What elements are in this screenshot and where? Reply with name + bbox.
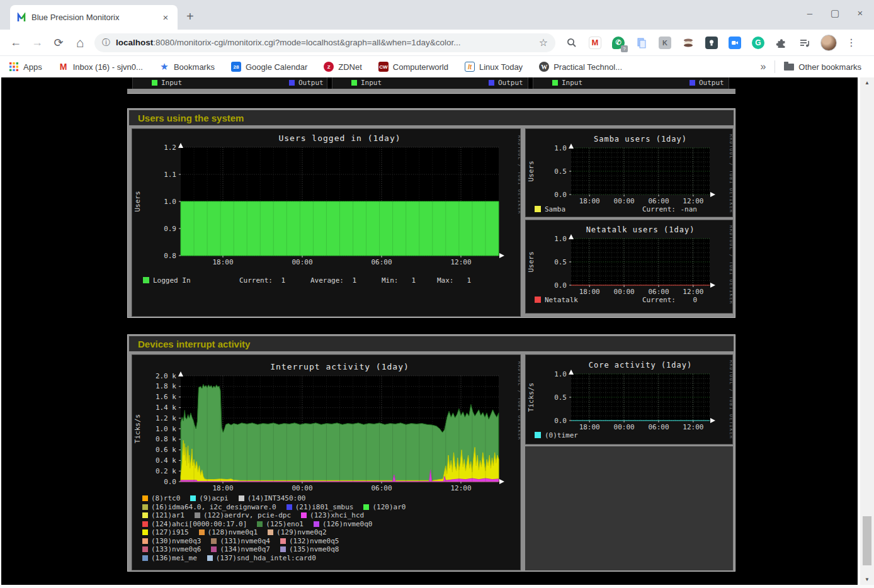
search-extension-icon[interactable] bbox=[564, 35, 579, 50]
svg-text:1: 1 bbox=[352, 276, 356, 285]
playlist-extension-icon[interactable] bbox=[797, 35, 812, 50]
computerworld-icon: CW bbox=[378, 62, 389, 72]
tab-close-icon[interactable]: × bbox=[160, 12, 171, 23]
forward-icon[interactable]: → bbox=[26, 36, 48, 49]
samba-users-graph[interactable]: 1.00.50.018:0000:0006:0012:00Samba users… bbox=[525, 128, 733, 217]
window-close-button[interactable]: × bbox=[855, 8, 865, 19]
bookmarks-bar: Apps M Inbox (16) - sjvn0... ★ Bookmarks… bbox=[0, 56, 874, 77]
bookmark-practical-technology[interactable]: W Practical Technol... bbox=[539, 62, 622, 72]
svg-text:12:00: 12:00 bbox=[683, 423, 703, 431]
scrollbar-thumb[interactable] bbox=[863, 516, 871, 565]
home-icon[interactable]: ⌂ bbox=[69, 35, 91, 50]
svg-text:Users: Users bbox=[133, 191, 142, 212]
linux-today-icon: lt bbox=[465, 62, 475, 72]
reload-icon[interactable]: ⟳ bbox=[48, 36, 69, 50]
bookmark-zdnet[interactable]: Z ZDNet bbox=[324, 62, 362, 72]
section-title: Devices interrupt activity bbox=[138, 339, 250, 349]
svg-text:Users: Users bbox=[527, 251, 535, 272]
window-minimize-button[interactable]: – bbox=[805, 8, 815, 19]
page-scrollbar[interactable]: ▲ ▼ bbox=[860, 77, 874, 585]
output-swatch bbox=[289, 80, 295, 86]
star-icon: ★ bbox=[159, 62, 169, 72]
bookmark-computerworld[interactable]: CW Computerworld bbox=[378, 62, 448, 72]
svg-text:Samba users (1day): Samba users (1day) bbox=[594, 135, 687, 144]
section-interrupts-header: Devices interrupt activity bbox=[129, 336, 734, 351]
zoom-extension-icon[interactable] bbox=[727, 35, 742, 50]
other-bookmarks-button[interactable]: Other bookmarks bbox=[784, 62, 861, 72]
scroll-up-button[interactable]: ▲ bbox=[860, 77, 874, 88]
browser-menu-kebab-icon[interactable]: ⋮ bbox=[845, 37, 858, 48]
copy-pages-extension-icon[interactable] bbox=[634, 35, 649, 50]
svg-text:1.0: 1.0 bbox=[554, 235, 567, 243]
svg-text:18:00: 18:00 bbox=[212, 484, 233, 492]
address-bar[interactable]: ⓘ localhost:8080/monitorix-cgi/monitorix… bbox=[94, 33, 555, 52]
partial-net-graph-1[interactable]: Input Output bbox=[132, 77, 327, 89]
voice-extension-icon[interactable]: ✆ ? bbox=[611, 35, 626, 50]
interrupt-activity-graph[interactable]: (8)rtc0(9)acpi(14)INT3450:00(16)idma64.0… bbox=[132, 354, 521, 570]
window-maximize-button[interactable]: ▢ bbox=[830, 8, 840, 19]
keepa-extension-icon[interactable]: K bbox=[657, 35, 673, 50]
svg-text:Ticks/s: Ticks/s bbox=[527, 383, 535, 412]
svg-text:0.8: 0.8 bbox=[164, 252, 176, 260]
section-users-header: Users using the system bbox=[129, 110, 734, 125]
site-info-icon[interactable]: ⓘ bbox=[102, 37, 110, 48]
calendar-icon: 28 bbox=[231, 62, 241, 72]
bookmark-star-icon[interactable]: ☆ bbox=[539, 37, 548, 48]
svg-text:Current:: Current: bbox=[642, 296, 676, 304]
svg-text:Ticks/s: Ticks/s bbox=[133, 414, 142, 443]
browser-tab[interactable]: Blue Precision Monitorix × bbox=[10, 5, 178, 30]
svg-text:Logged In: Logged In bbox=[153, 276, 191, 285]
svg-text:06:00: 06:00 bbox=[371, 258, 392, 266]
back-icon[interactable]: ← bbox=[5, 36, 26, 49]
window-edge-left bbox=[0, 77, 1, 585]
lamp-extension-icon[interactable] bbox=[704, 35, 719, 50]
profile-avatar[interactable] bbox=[820, 35, 837, 51]
wordpress-icon: W bbox=[539, 62, 549, 72]
stack-extension-icon[interactable] bbox=[681, 35, 696, 50]
monitorix-page: Input Output Input Output Input Output U… bbox=[1, 77, 858, 585]
svg-text:1.2 k: 1.2 k bbox=[156, 414, 176, 422]
users-logged-in-graph[interactable]: 1.21.11.00.90.818:0000:0006:0012:00Users… bbox=[132, 128, 521, 317]
svg-text:1.0 k: 1.0 k bbox=[156, 425, 176, 433]
svg-text:12:00: 12:00 bbox=[683, 288, 703, 296]
zdnet-icon: Z bbox=[324, 62, 334, 72]
bookmark-inbox[interactable]: M Inbox (16) - sjvn0... bbox=[59, 62, 143, 72]
input-swatch bbox=[351, 80, 357, 86]
svg-text:1.4 k: 1.4 k bbox=[156, 404, 176, 412]
bookmark-google-calendar[interactable]: 28 Google Calendar bbox=[231, 62, 307, 72]
extensions-puzzle-icon[interactable] bbox=[774, 35, 789, 50]
svg-text:0.2 k: 0.2 k bbox=[156, 467, 176, 475]
svg-text:0.5: 0.5 bbox=[554, 393, 567, 402]
bookmarks-overflow-icon[interactable]: » bbox=[760, 61, 766, 72]
svg-text:Average:: Average: bbox=[310, 276, 344, 285]
partial-net-graph-2[interactable]: Input Output bbox=[332, 77, 528, 89]
core-activity-graph[interactable]: 1.00.50.018:0000:0006:0012:00Core activi… bbox=[525, 354, 733, 444]
svg-text:1: 1 bbox=[411, 276, 416, 285]
browser-titlebar: Blue Precision Monitorix × + – ▢ × bbox=[0, 0, 874, 30]
grammarly-extension-icon[interactable]: G bbox=[751, 35, 766, 50]
bookmark-bookmarks[interactable]: ★ Bookmarks bbox=[159, 62, 215, 72]
svg-text:00:00: 00:00 bbox=[614, 423, 635, 431]
svg-text:Core activity (1day): Core activity (1day) bbox=[589, 361, 693, 370]
svg-text:RRDTOOL / TOBI OETIKER: RRDTOOL / TOBI OETIKER bbox=[517, 135, 521, 215]
bookmark-linux-today[interactable]: lt Linux Today bbox=[465, 62, 523, 72]
svg-text:RRDTOOL / TOBI OETIKER: RRDTOOL / TOBI OETIKER bbox=[517, 361, 521, 441]
svg-text:-nan: -nan bbox=[681, 205, 698, 213]
netatalk-users-graph[interactable]: 1.00.50.018:0000:0006:0012:00Netatalk us… bbox=[525, 220, 733, 314]
bookmark-apps[interactable]: Apps bbox=[9, 62, 42, 72]
svg-text:00:00: 00:00 bbox=[614, 288, 635, 296]
gmail-extension-icon[interactable]: M bbox=[587, 35, 603, 50]
input-swatch bbox=[152, 80, 157, 86]
svg-text:00:00: 00:00 bbox=[614, 197, 635, 205]
new-tab-button[interactable]: + bbox=[186, 9, 194, 24]
svg-text:0.0: 0.0 bbox=[164, 478, 176, 486]
voice-badge: ? bbox=[621, 45, 628, 52]
svg-text:18:00: 18:00 bbox=[579, 423, 600, 431]
svg-text:1.0: 1.0 bbox=[164, 198, 176, 206]
svg-text:(0)timer: (0)timer bbox=[545, 431, 578, 439]
bookmark-label: Practical Technol... bbox=[553, 62, 622, 72]
scroll-down-button[interactable]: ▼ bbox=[860, 574, 874, 585]
gmail-icon: M bbox=[59, 62, 69, 72]
partial-net-graph-3[interactable]: Input Output bbox=[533, 77, 729, 89]
section-filler bbox=[525, 446, 733, 570]
